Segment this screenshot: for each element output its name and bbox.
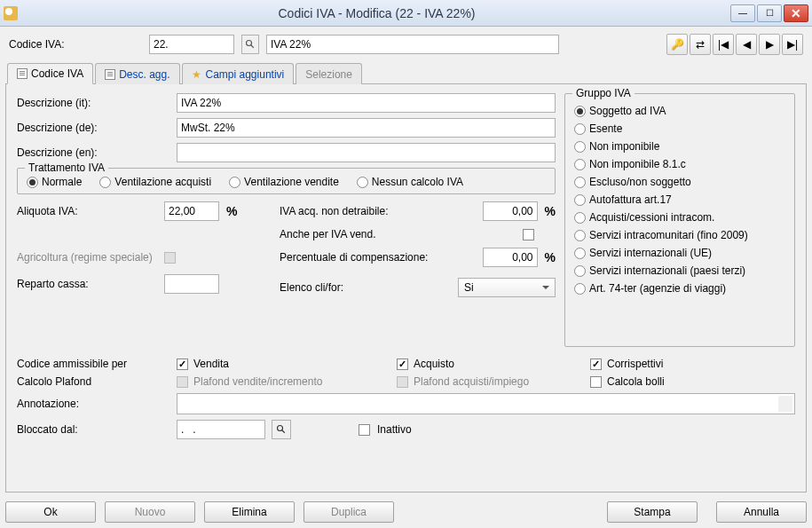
iva-acq-label: IVA acq. non detraibile: <box>280 205 477 217</box>
nav-first-button[interactable]: |◀ <box>713 34 734 55</box>
bottom-button-bar: Ok Nuovo Elimina Duplica Stampa Annulla <box>5 493 807 523</box>
percent-sign: % <box>545 250 556 264</box>
desc-de-label: Descrizione (de): <box>17 122 169 134</box>
annotazione-label: Annotazione: <box>17 398 169 410</box>
tab-strip: Codice IVA Desc. agg. ★ Campi aggiuntivi… <box>5 62 807 84</box>
cod-amm-label: Codice ammissibile per <box>17 358 169 370</box>
bloccato-label: Bloccato dal: <box>17 423 169 436</box>
nav-prev-button[interactable]: ◀ <box>736 34 757 55</box>
reparto-input[interactable] <box>164 274 219 294</box>
search-icon <box>276 424 287 435</box>
gruppo-radio-non-imp[interactable]: Non imponibile <box>574 140 785 153</box>
star-icon: ★ <box>192 69 202 80</box>
nuovo-button: Nuovo <box>105 501 195 523</box>
gruppo-radio-esente[interactable]: Esente <box>574 122 785 135</box>
gruppo-iva-legend: Gruppo IVA <box>572 87 635 99</box>
svg-point-2 <box>278 426 283 431</box>
annotazione-input[interactable]: ▴▾ <box>177 393 795 414</box>
annulla-button[interactable]: Annulla <box>716 501 807 523</box>
radio-icon <box>574 106 586 117</box>
first-icon: |◀ <box>718 38 729 51</box>
anche-label: Anche per IVA vend. <box>280 228 517 240</box>
radio-icon <box>27 177 38 188</box>
desc-it-label: Descrizione (it): <box>17 97 169 109</box>
spin-up-icon[interactable]: ▴ <box>779 395 792 404</box>
spin-down-icon[interactable]: ▾ <box>779 404 792 413</box>
codice-iva-desc-input[interactable] <box>266 35 559 54</box>
svg-line-3 <box>282 430 285 433</box>
gruppo-radio-intracom[interactable]: Acquisti/cessioni intracom. <box>574 211 785 224</box>
tab-campi-aggiuntivi[interactable]: ★ Campi aggiuntivi <box>182 63 295 84</box>
desc-de-input[interactable] <box>177 118 556 138</box>
main-panel: Descrizione (it): Descrizione (de): Desc… <box>5 84 807 493</box>
acquisto-checkbox[interactable] <box>397 359 408 370</box>
elenco-select[interactable]: Si <box>458 278 556 297</box>
nav-last-button[interactable]: ▶| <box>782 34 803 55</box>
gruppo-radio-autofattura[interactable]: Autofattura art.17 <box>574 193 785 206</box>
doc-icon <box>105 69 115 80</box>
perc-comp-input[interactable] <box>483 248 538 267</box>
tab-label: Campi aggiuntivi <box>206 68 285 81</box>
gruppo-radio-serv-terzi[interactable]: Servizi internazionali (paesi terzi) <box>574 264 785 277</box>
vendita-checkbox[interactable] <box>177 359 188 370</box>
gruppo-radio-art74ter[interactable]: Art. 74-ter (agenzie di viaggi) <box>574 282 785 295</box>
trattamento-legend: Trattamento IVA <box>25 162 108 174</box>
tab-selezione: Selezione <box>296 63 362 84</box>
tratt-radio-normale[interactable]: Normale <box>27 176 82 188</box>
minimize-button[interactable]: — <box>730 4 755 22</box>
stampa-button[interactable]: Stampa <box>607 501 698 523</box>
bloccato-date-input[interactable] <box>177 420 265 439</box>
anche-checkbox[interactable] <box>523 229 534 240</box>
iva-acq-input[interactable] <box>483 201 538 221</box>
titlebar: Codici IVA - Modifica (22 - IVA 22%) — ☐… <box>0 0 812 27</box>
agric-checkbox <box>164 252 176 264</box>
bloccato-search-button[interactable] <box>272 420 291 439</box>
tratt-radio-vent-vend[interactable]: Ventilazione vendite <box>229 176 339 188</box>
app-icon <box>4 6 18 20</box>
maximize-button[interactable]: ☐ <box>757 4 782 22</box>
gruppo-iva-fieldset: Gruppo IVA Soggetto ad IVA Esente Non im… <box>564 93 795 347</box>
gruppo-radio-non-imp-81c[interactable]: Non imponibile 8.1.c <box>574 158 785 170</box>
elimina-button[interactable]: Elimina <box>204 501 295 523</box>
inattivo-label: Inattivo <box>377 423 412 436</box>
radio-icon <box>574 283 586 295</box>
svg-line-1 <box>251 45 254 48</box>
trattamento-fieldset: Trattamento IVA Normale Ventilazione acq… <box>17 168 556 194</box>
header-row: Codice IVA: 🔑 ⇄ |◀ ◀ ▶ ▶| <box>5 32 807 62</box>
gruppo-radio-serv-intra[interactable]: Servizi intracomunitari (fino 2009) <box>574 229 785 241</box>
prev-icon: ◀ <box>743 38 751 51</box>
toolbar-link-button[interactable]: ⇄ <box>690 34 711 55</box>
gruppo-radio-soggetto[interactable]: Soggetto ad IVA <box>574 105 785 117</box>
key-icon: 🔑 <box>671 38 684 51</box>
tratt-radio-vent-acq[interactable]: Ventilazione acquisti <box>99 176 211 188</box>
tab-codice-iva[interactable]: Codice IVA <box>7 63 93 84</box>
codice-iva-search-button[interactable] <box>241 35 259 54</box>
ok-button[interactable]: Ok <box>5 501 96 523</box>
radio-icon <box>574 123 586 135</box>
tab-label: Selezione <box>305 68 352 81</box>
tab-desc-agg[interactable]: Desc. agg. <box>95 63 179 84</box>
window-title: Codici IVA - Modifica (22 - IVA 22%) <box>23 6 730 20</box>
search-icon <box>245 39 256 50</box>
calcola-bolli-checkbox[interactable] <box>590 376 602 388</box>
aliquota-input[interactable] <box>164 201 219 221</box>
svg-point-0 <box>247 41 252 46</box>
desc-en-input[interactable] <box>177 143 556 162</box>
gruppo-radio-escluso[interactable]: Escluso/non soggetto <box>574 176 785 188</box>
toolbar-key-button[interactable]: 🔑 <box>666 34 688 55</box>
radio-icon <box>574 212 586 224</box>
last-icon: ▶| <box>787 38 798 51</box>
close-button[interactable]: ✕ <box>784 4 808 22</box>
tratt-radio-nessun[interactable]: Nessun calcolo IVA <box>357 176 463 188</box>
percent-sign: % <box>226 204 237 218</box>
codice-iva-code-input[interactable] <box>149 35 234 54</box>
reparto-label: Reparto cassa: <box>17 278 159 290</box>
nav-next-button[interactable]: ▶ <box>759 34 780 55</box>
link-icon: ⇄ <box>696 38 705 51</box>
gruppo-radio-serv-ue[interactable]: Servizi internazionali (UE) <box>574 247 785 259</box>
corrispettivi-checkbox[interactable] <box>590 359 602 370</box>
inattivo-checkbox[interactable] <box>359 424 370 436</box>
agric-label: Agricoltura (regime speciale) <box>17 251 159 264</box>
radio-icon <box>357 177 368 188</box>
desc-it-input[interactable] <box>177 93 556 113</box>
